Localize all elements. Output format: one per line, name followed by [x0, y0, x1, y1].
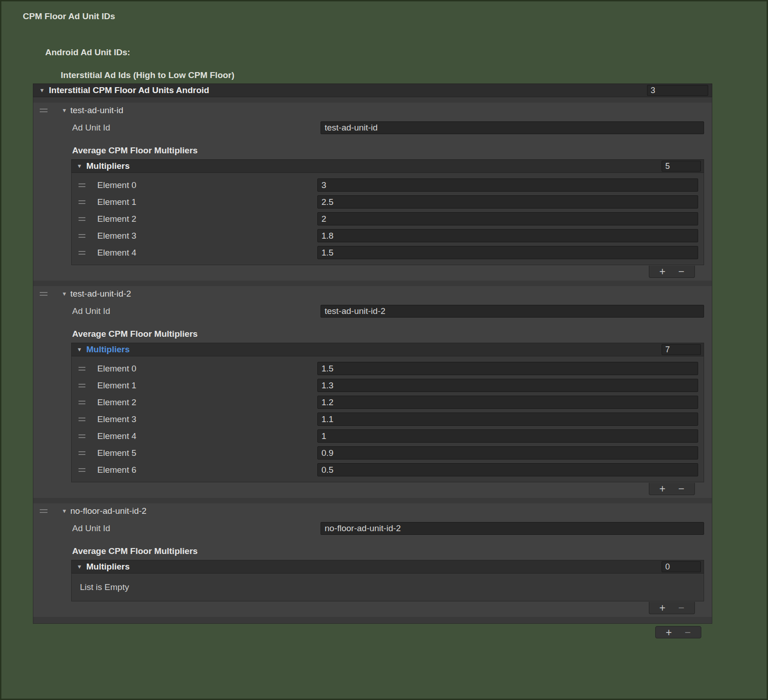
element-value-input[interactable] [317, 362, 698, 375]
element-row: Element 1 [72, 193, 704, 210]
ad-unit-id-label: Ad Unit Id [71, 306, 321, 316]
foldout-icon[interactable]: ▼ [39, 88, 45, 93]
drag-handle-icon[interactable] [40, 509, 47, 513]
drag-handle-icon[interactable] [79, 401, 85, 404]
element-value-input[interactable] [317, 463, 698, 476]
item-header[interactable]: ▼ no-floor-ad-unit-id-2 [33, 503, 712, 519]
item-title: test-ad-unit-id [70, 105, 123, 115]
element-row: Element 6 [72, 461, 704, 478]
drag-handle-icon[interactable] [79, 468, 85, 472]
drag-handle-icon[interactable] [79, 451, 85, 455]
multipliers-footer: + − [649, 483, 695, 495]
empty-list-label: List is Empty [72, 577, 704, 597]
foldout-icon[interactable]: ▼ [61, 508, 68, 514]
add-element-button[interactable]: + [659, 484, 665, 493]
drag-handle-icon[interactable] [79, 384, 85, 387]
foldout-icon[interactable]: ▼ [61, 291, 68, 297]
element-row: Element 3 [72, 411, 704, 428]
element-value-input[interactable] [317, 195, 698, 209]
ad-unit-id-input[interactable] [321, 305, 704, 318]
drag-handle-icon[interactable] [79, 183, 85, 187]
element-label: Element 2 [97, 214, 317, 224]
drag-handle-icon[interactable] [79, 418, 85, 421]
multipliers-list: ▼ Multipliers Element 0 [71, 343, 704, 495]
element-value-input[interactable] [317, 446, 698, 460]
multipliers-title: Multipliers [86, 161, 130, 171]
drag-handle-icon[interactable] [79, 234, 85, 238]
element-row: Element 5 [72, 444, 704, 461]
list-header[interactable]: ▼ Interstitial CPM Floor Ad Units Androi… [33, 84, 712, 97]
drag-handle-icon[interactable] [40, 109, 47, 112]
element-row: Element 4 [72, 428, 704, 444]
foldout-icon[interactable]: ▼ [61, 108, 68, 113]
ad-unit-id-input[interactable] [321, 522, 704, 535]
element-value-input[interactable] [317, 379, 698, 392]
ad-unit-id-input[interactable] [321, 121, 704, 134]
element-row: Element 3 [72, 227, 704, 244]
element-label: Element 2 [97, 397, 317, 407]
list-footer: + − [655, 626, 701, 638]
item-header[interactable]: ▼ test-ad-unit-id [33, 103, 712, 118]
list-item: ▼ test-ad-unit-id Ad Unit Id Average CPM… [33, 103, 712, 281]
item-body: Ad Unit Id Average CPM Floor Multipliers… [33, 304, 712, 495]
multipliers-size-input[interactable] [662, 161, 701, 172]
element-label: Element 1 [97, 381, 317, 391]
element-label: Element 0 [97, 364, 317, 374]
drag-handle-icon[interactable] [79, 434, 85, 438]
multipliers-list: ▼ Multipliers Element 0 [71, 159, 704, 278]
list-size-input[interactable] [647, 85, 708, 96]
element-value-input[interactable] [317, 396, 698, 409]
multipliers-header[interactable]: ▼ Multipliers [71, 343, 704, 356]
foldout-icon[interactable]: ▼ [76, 163, 83, 169]
item-body: Ad Unit Id Average CPM Floor Multipliers… [33, 121, 712, 278]
drag-handle-icon[interactable] [79, 251, 85, 255]
multipliers-size-input[interactable] [662, 561, 701, 572]
multipliers-title: Multipliers [86, 345, 130, 355]
element-value-input[interactable] [317, 413, 698, 426]
ad-unit-id-row: Ad Unit Id [71, 304, 704, 318]
element-value-input[interactable] [317, 178, 698, 192]
add-ad-unit-button[interactable]: + [666, 628, 672, 637]
android-ad-unit-ids-label: Android Ad Unit IDs: [45, 47, 130, 57]
item-title: test-ad-unit-id-2 [70, 289, 131, 299]
list-title: Interstitial CPM Floor Ad Units Android [49, 85, 209, 95]
add-element-button[interactable]: + [659, 267, 665, 276]
element-label: Element 3 [97, 231, 317, 241]
remove-ad-unit-button[interactable]: − [685, 628, 691, 637]
interstitial-ad-ids-label: Interstitial Ad Ids (High to Low CPM Flo… [61, 70, 234, 80]
multipliers-body: Element 0 Element 1 Element 2 [71, 356, 704, 482]
remove-element-button[interactable]: − [679, 484, 684, 493]
ad-unit-id-label: Ad Unit Id [71, 123, 321, 133]
avg-cpm-floor-multipliers-label: Average CPM Floor Multipliers [71, 146, 704, 156]
element-value-input[interactable] [317, 246, 698, 259]
list-body: ▼ test-ad-unit-id Ad Unit Id Average CPM… [33, 97, 712, 624]
element-value-input[interactable] [317, 429, 698, 443]
inspector-panel: CPM Floor Ad Unit IDs Android Ad Unit ID… [0, 0, 768, 700]
multipliers-footer: + − [649, 266, 695, 278]
element-row: Element 0 [72, 360, 704, 377]
multipliers-list: ▼ Multipliers List is Empty + − [71, 560, 704, 614]
element-value-input[interactable] [317, 212, 698, 225]
element-row: Element 2 [72, 394, 704, 411]
item-header[interactable]: ▼ test-ad-unit-id-2 [33, 286, 712, 302]
item-title: no-floor-ad-unit-id-2 [70, 506, 147, 516]
foldout-icon[interactable]: ▼ [76, 564, 83, 569]
list-item: ▼ no-floor-ad-unit-id-2 Ad Unit Id Avera… [33, 503, 712, 617]
ad-unit-id-row: Ad Unit Id [71, 522, 704, 535]
avg-cpm-floor-multipliers-label: Average CPM Floor Multipliers [71, 546, 704, 556]
multipliers-header[interactable]: ▼ Multipliers [71, 159, 704, 173]
remove-element-button[interactable]: − [679, 267, 684, 276]
remove-element-button[interactable]: − [679, 603, 684, 612]
avg-cpm-floor-multipliers-label: Average CPM Floor Multipliers [71, 329, 704, 339]
foldout-icon[interactable]: ▼ [76, 347, 83, 352]
drag-handle-icon[interactable] [79, 367, 85, 371]
add-element-button[interactable]: + [659, 603, 665, 612]
drag-handle-icon[interactable] [79, 200, 85, 204]
element-row: Element 1 [72, 377, 704, 394]
multipliers-header[interactable]: ▼ Multipliers [71, 560, 704, 574]
element-label: Element 1 [97, 197, 317, 207]
drag-handle-icon[interactable] [79, 217, 85, 221]
multipliers-size-input[interactable] [662, 344, 701, 355]
drag-handle-icon[interactable] [40, 292, 47, 296]
element-value-input[interactable] [317, 229, 698, 242]
